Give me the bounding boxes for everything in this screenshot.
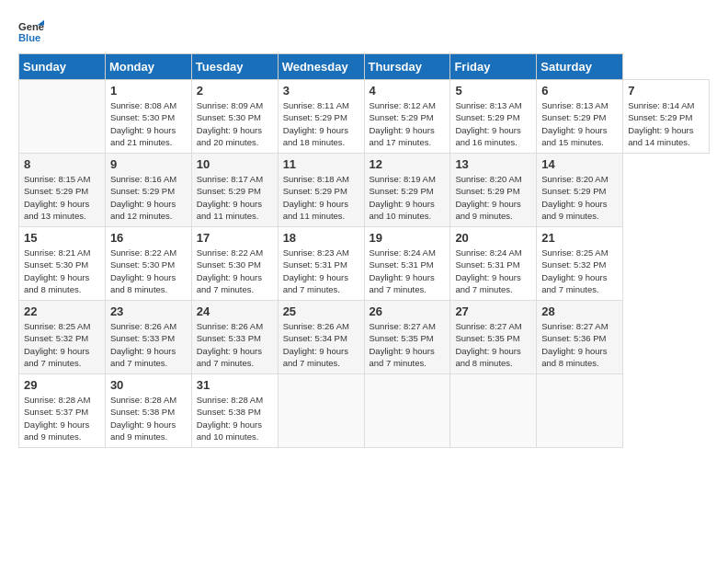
day-number: 14 xyxy=(541,157,618,171)
day-info: Sunrise: 8:27 AMSunset: 5:35 PMDaylight:… xyxy=(370,320,446,369)
weekday-header-monday: Monday xyxy=(105,54,191,80)
weekday-header-wednesday: Wednesday xyxy=(278,54,364,80)
calendar-cell: 7Sunrise: 8:14 AMSunset: 5:29 PMDaylight… xyxy=(623,80,710,154)
calendar-cell: 17Sunrise: 8:22 AMSunset: 5:30 PMDayligh… xyxy=(191,227,278,301)
calendar-cell: 25Sunrise: 8:26 AMSunset: 5:34 PMDayligh… xyxy=(278,301,364,374)
calendar-cell: 31Sunrise: 8:28 AMSunset: 5:38 PMDayligh… xyxy=(191,374,278,448)
calendar-week-row: 8Sunrise: 8:15 AMSunset: 5:29 PMDaylight… xyxy=(19,154,710,227)
calendar-cell: 11Sunrise: 8:18 AMSunset: 5:29 PMDayligh… xyxy=(278,154,364,227)
day-info: Sunrise: 8:25 AMSunset: 5:32 PMDaylight:… xyxy=(24,320,100,369)
day-info: Sunrise: 8:13 AMSunset: 5:29 PMDaylight:… xyxy=(541,99,618,148)
day-number: 19 xyxy=(370,231,446,245)
day-number: 30 xyxy=(110,378,187,392)
day-number: 6 xyxy=(541,84,618,98)
calendar-cell-empty xyxy=(278,374,364,448)
svg-text:General: General xyxy=(18,21,44,32)
day-number: 4 xyxy=(370,84,446,98)
day-number: 2 xyxy=(197,84,273,98)
calendar-cell: 13Sunrise: 8:20 AMSunset: 5:29 PMDayligh… xyxy=(450,154,537,227)
calendar-cell: 19Sunrise: 8:24 AMSunset: 5:31 PMDayligh… xyxy=(364,227,450,301)
page-header: General Blue xyxy=(18,18,710,44)
day-info: Sunrise: 8:25 AMSunset: 5:32 PMDaylight:… xyxy=(541,247,618,295)
day-number: 22 xyxy=(24,304,100,318)
day-info: Sunrise: 8:21 AMSunset: 5:30 PMDaylight:… xyxy=(24,247,100,295)
calendar-cell: 24Sunrise: 8:26 AMSunset: 5:33 PMDayligh… xyxy=(191,301,278,374)
calendar-cell: 1Sunrise: 8:08 AMSunset: 5:30 PMDaylight… xyxy=(105,80,191,154)
weekday-header-sunday: Sunday xyxy=(19,54,106,80)
weekday-header-thursday: Thursday xyxy=(364,54,450,80)
day-info: Sunrise: 8:22 AMSunset: 5:30 PMDaylight:… xyxy=(197,247,273,295)
day-number: 20 xyxy=(455,231,531,245)
calendar-cell: 18Sunrise: 8:23 AMSunset: 5:31 PMDayligh… xyxy=(278,227,364,301)
calendar-cell: 3Sunrise: 8:11 AMSunset: 5:29 PMDaylight… xyxy=(278,80,364,154)
calendar-cell: 10Sunrise: 8:17 AMSunset: 5:29 PMDayligh… xyxy=(191,154,278,227)
day-info: Sunrise: 8:18 AMSunset: 5:29 PMDaylight:… xyxy=(283,173,359,222)
calendar-cell-empty xyxy=(19,80,106,154)
calendar-cell: 14Sunrise: 8:20 AMSunset: 5:29 PMDayligh… xyxy=(537,154,623,227)
day-info: Sunrise: 8:19 AMSunset: 5:29 PMDaylight:… xyxy=(370,173,446,222)
weekday-header-saturday: Saturday xyxy=(537,54,623,80)
day-info: Sunrise: 8:24 AMSunset: 5:31 PMDaylight:… xyxy=(370,247,446,295)
day-info: Sunrise: 8:09 AMSunset: 5:30 PMDaylight:… xyxy=(197,99,273,148)
day-info: Sunrise: 8:20 AMSunset: 5:29 PMDaylight:… xyxy=(455,173,531,222)
calendar-table: SundayMondayTuesdayWednesdayThursdayFrid… xyxy=(18,53,710,448)
day-info: Sunrise: 8:11 AMSunset: 5:29 PMDaylight:… xyxy=(283,99,359,148)
day-info: Sunrise: 8:26 AMSunset: 5:33 PMDaylight:… xyxy=(110,320,187,369)
day-number: 1 xyxy=(110,84,187,98)
day-info: Sunrise: 8:24 AMSunset: 5:31 PMDaylight:… xyxy=(455,247,531,295)
day-number: 18 xyxy=(283,231,359,245)
day-info: Sunrise: 8:26 AMSunset: 5:34 PMDaylight:… xyxy=(283,320,359,369)
day-info: Sunrise: 8:27 AMSunset: 5:35 PMDaylight:… xyxy=(455,320,531,369)
day-number: 11 xyxy=(283,157,359,171)
day-number: 26 xyxy=(370,304,446,318)
day-info: Sunrise: 8:28 AMSunset: 5:38 PMDaylight:… xyxy=(197,394,273,442)
calendar-week-row: 29Sunrise: 8:28 AMSunset: 5:37 PMDayligh… xyxy=(19,374,710,448)
day-number: 5 xyxy=(455,84,531,98)
calendar-cell: 9Sunrise: 8:16 AMSunset: 5:29 PMDaylight… xyxy=(105,154,191,227)
day-info: Sunrise: 8:28 AMSunset: 5:37 PMDaylight:… xyxy=(24,394,100,442)
calendar-cell: 21Sunrise: 8:25 AMSunset: 5:32 PMDayligh… xyxy=(537,227,623,301)
day-number: 10 xyxy=(197,157,273,171)
calendar-cell: 15Sunrise: 8:21 AMSunset: 5:30 PMDayligh… xyxy=(19,227,106,301)
weekday-header-row: SundayMondayTuesdayWednesdayThursdayFrid… xyxy=(19,54,710,80)
day-info: Sunrise: 8:26 AMSunset: 5:33 PMDaylight:… xyxy=(197,320,273,369)
weekday-header-friday: Friday xyxy=(450,54,537,80)
day-info: Sunrise: 8:15 AMSunset: 5:29 PMDaylight:… xyxy=(24,173,100,222)
calendar-cell: 22Sunrise: 8:25 AMSunset: 5:32 PMDayligh… xyxy=(19,301,106,374)
calendar-header: SundayMondayTuesdayWednesdayThursdayFrid… xyxy=(19,54,710,80)
day-number: 28 xyxy=(541,304,618,318)
day-number: 12 xyxy=(370,157,446,171)
day-number: 31 xyxy=(197,378,273,392)
calendar-cell: 26Sunrise: 8:27 AMSunset: 5:35 PMDayligh… xyxy=(364,301,450,374)
calendar-cell: 5Sunrise: 8:13 AMSunset: 5:29 PMDaylight… xyxy=(450,80,537,154)
day-number: 21 xyxy=(541,231,618,245)
day-number: 29 xyxy=(24,378,100,392)
calendar-week-row: 22Sunrise: 8:25 AMSunset: 5:32 PMDayligh… xyxy=(19,301,710,374)
calendar-cell: 20Sunrise: 8:24 AMSunset: 5:31 PMDayligh… xyxy=(450,227,537,301)
calendar-cell: 2Sunrise: 8:09 AMSunset: 5:30 PMDaylight… xyxy=(191,80,278,154)
day-info: Sunrise: 8:17 AMSunset: 5:29 PMDaylight:… xyxy=(197,173,273,222)
logo-icon: General Blue xyxy=(18,18,44,44)
calendar-cell: 4Sunrise: 8:12 AMSunset: 5:29 PMDaylight… xyxy=(364,80,450,154)
day-number: 7 xyxy=(628,84,704,98)
day-number: 8 xyxy=(24,157,100,171)
day-info: Sunrise: 8:13 AMSunset: 5:29 PMDaylight:… xyxy=(455,99,531,148)
calendar-week-row: 15Sunrise: 8:21 AMSunset: 5:30 PMDayligh… xyxy=(19,227,710,301)
day-info: Sunrise: 8:22 AMSunset: 5:30 PMDaylight:… xyxy=(110,247,187,295)
calendar-cell: 30Sunrise: 8:28 AMSunset: 5:38 PMDayligh… xyxy=(105,374,191,448)
day-number: 17 xyxy=(197,231,273,245)
day-number: 15 xyxy=(24,231,100,245)
calendar-cell-empty xyxy=(537,374,623,448)
day-number: 24 xyxy=(197,304,273,318)
day-number: 23 xyxy=(110,304,187,318)
weekday-header-tuesday: Tuesday xyxy=(191,54,278,80)
calendar-cell: 6Sunrise: 8:13 AMSunset: 5:29 PMDaylight… xyxy=(537,80,623,154)
day-info: Sunrise: 8:12 AMSunset: 5:29 PMDaylight:… xyxy=(370,99,446,148)
day-number: 3 xyxy=(283,84,359,98)
day-info: Sunrise: 8:08 AMSunset: 5:30 PMDaylight:… xyxy=(110,99,187,148)
day-number: 25 xyxy=(283,304,359,318)
day-info: Sunrise: 8:27 AMSunset: 5:36 PMDaylight:… xyxy=(541,320,618,369)
day-info: Sunrise: 8:23 AMSunset: 5:31 PMDaylight:… xyxy=(283,247,359,295)
day-number: 9 xyxy=(110,157,187,171)
calendar-cell: 29Sunrise: 8:28 AMSunset: 5:37 PMDayligh… xyxy=(19,374,106,448)
